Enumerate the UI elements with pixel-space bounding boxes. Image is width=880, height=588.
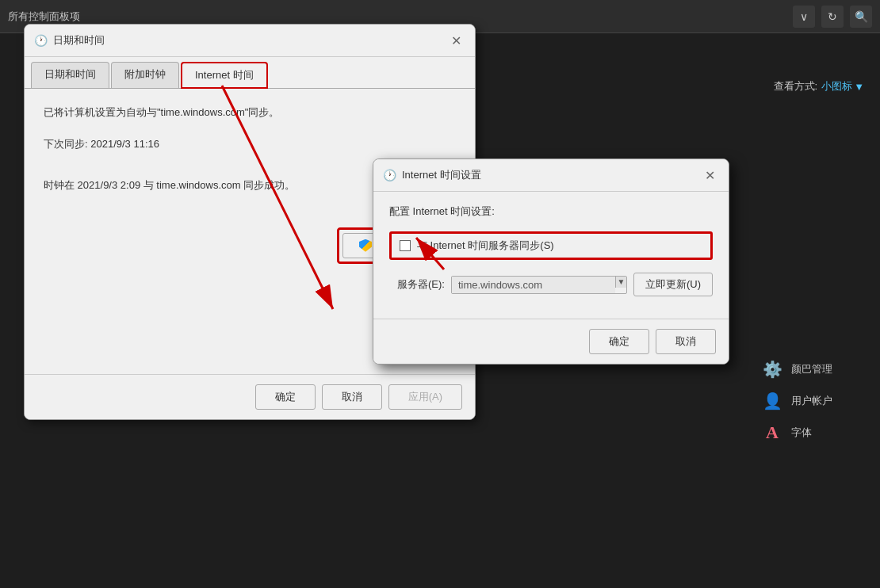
- cp-icon-img: ⚙️: [759, 357, 785, 382]
- tab-date-time[interactable]: 日期和时间: [31, 62, 109, 88]
- view-value: 小图标: [821, 79, 852, 94]
- sync-checkbox-label: 与 Internet 时间服务器同步(S): [417, 239, 554, 253]
- taskbar-controls: ∨ ↻ 🔍: [793, 6, 872, 28]
- datetime-ok-button[interactable]: 确定: [255, 384, 316, 410]
- taskbar-refresh-btn[interactable]: ↻: [821, 6, 844, 28]
- dialog-datetime-titlebar: 🕐 日期和时间 ✕: [25, 25, 475, 57]
- cp-icon-item[interactable]: 👤 用户帐户: [759, 388, 832, 414]
- view-link[interactable]: 小图标 ▼: [821, 79, 864, 94]
- internet-content: 配置 Internet 时间设置: 与 Internet 时间服务器同步(S) …: [373, 192, 729, 319]
- tab-extra-clock[interactable]: 附加时钟: [111, 62, 179, 88]
- tab-internet-time[interactable]: Internet 时间: [181, 62, 268, 89]
- sync-checkbox-row: 与 Internet 时间服务器同步(S): [389, 231, 713, 260]
- view-label: 查看方式:: [774, 79, 818, 94]
- cp-icon-label: 用户帐户: [791, 394, 832, 408]
- cp-icon-item[interactable]: ⚙️ 颜巴管理: [759, 357, 832, 382]
- cp-icon-img: A: [759, 420, 785, 445]
- datetime-close-button[interactable]: ✕: [446, 31, 465, 50]
- taskbar-down-btn[interactable]: ∨: [793, 6, 815, 28]
- datetime-tabs: 日期和时间 附加时钟 Internet 时间: [25, 57, 475, 89]
- server-label: 服务器(E):: [397, 277, 445, 292]
- internet-dialog-title: Internet 时间设置: [402, 168, 694, 182]
- internet-footer: 确定 取消: [373, 319, 729, 364]
- server-input[interactable]: [452, 277, 615, 293]
- datetime-footer: 确定 取消 应用(A): [25, 374, 475, 419]
- datetime-dialog-title: 日期和时间: [53, 33, 440, 48]
- internet-config-label: 配置 Internet 时间设置:: [389, 204, 713, 219]
- sync-checkbox[interactable]: [400, 240, 411, 251]
- cp-icon-label: 颜巴管理: [791, 362, 832, 376]
- server-dropdown-icon[interactable]: ▼: [615, 277, 626, 288]
- view-options: 查看方式: 小图标 ▼: [774, 79, 865, 94]
- cp-icons: ⚙️ 颜巴管理 👤 用户帐户 A 字体: [759, 357, 832, 445]
- last-sync-text: 时钟在 2021/9/3 2:09 与 time.windows.com 同步成…: [44, 179, 295, 191]
- datetime-dialog-icon: 🕐: [34, 34, 47, 47]
- next-sync-value: 2021/9/3 11:16: [90, 138, 159, 150]
- internet-dialog-icon: 🕐: [383, 169, 396, 181]
- sync-auto-text: 已将计算机设置为自动与"time.windows.com"同步。: [44, 105, 456, 121]
- datetime-apply-button[interactable]: 应用(A): [388, 384, 462, 410]
- update-now-button[interactable]: 立即更新(U): [633, 273, 713, 296]
- internet-ok-button[interactable]: 确定: [589, 329, 649, 354]
- cp-icon-item[interactable]: A 字体: [759, 420, 832, 445]
- taskbar-title: 所有控制面板项: [8, 10, 793, 24]
- next-sync-label: 下次同步:: [44, 138, 88, 150]
- dialog-internet: 🕐 Internet 时间设置 ✕ 配置 Internet 时间设置: 与 In…: [373, 158, 729, 365]
- internet-close-button[interactable]: ✕: [700, 166, 719, 185]
- internet-cancel-button[interactable]: 取消: [656, 329, 716, 354]
- cp-icon-label: 字体: [791, 426, 812, 440]
- taskbar-search-btn[interactable]: 🔍: [850, 6, 872, 28]
- server-row: 服务器(E): ▼ 立即更新(U): [389, 273, 713, 296]
- internet-dialog-titlebar: 🕐 Internet 时间设置 ✕: [373, 159, 729, 192]
- datetime-cancel-button[interactable]: 取消: [322, 384, 382, 410]
- view-dropdown-icon: ▼: [854, 81, 864, 93]
- server-input-wrap: ▼: [451, 276, 627, 294]
- shield-icon: [359, 239, 372, 252]
- cp-icon-img: 👤: [759, 388, 785, 414]
- next-sync-row: 下次同步: 2021/9/3 11:16: [44, 134, 456, 155]
